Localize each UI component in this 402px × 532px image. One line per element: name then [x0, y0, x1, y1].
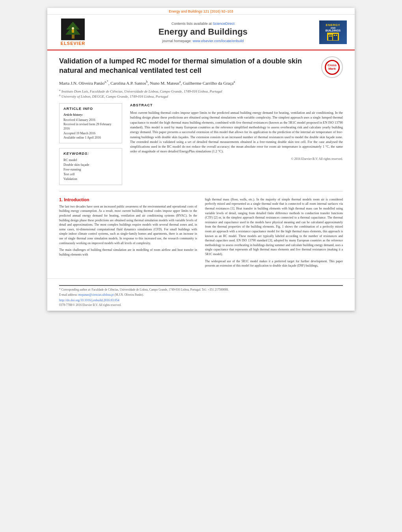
article-title-text: Validation of a lumped RC model for ther…	[59, 57, 302, 74]
keywords-box: Keywords: RC model Double skin façade Fr…	[59, 148, 122, 185]
intro-right-text: high thermal mass (floor, walls, etc.). …	[205, 197, 343, 268]
keyword-1: RC model	[63, 158, 118, 162]
doi-link[interactable]: http://dx.doi.org/10.1016/j.enbuild.2016…	[59, 298, 343, 302]
article-info-box: ARTICLE INFO Article history: Received 4…	[59, 103, 122, 143]
eb-logo-energy: ENERGY	[326, 23, 341, 27]
intro-right-col: high thermal mass (floor, walls, etc.). …	[205, 197, 343, 271]
journal-homepage: journal homepage: www.elsevier.com/locat…	[97, 39, 309, 43]
eb-logo-building-icon	[327, 33, 339, 41]
keyword-2: Double skin façade	[63, 163, 118, 167]
main-content: Validation of a lumped RC model for ther…	[47, 50, 355, 278]
page: Energy and Buildings 121 (2016) 92–103	[47, 8, 355, 311]
header: ELSEVIER Contents lists available at Sci…	[47, 15, 355, 50]
keyword-4: Test cell	[63, 172, 118, 176]
accepted-date: Accepted 19 March 2016	[63, 131, 118, 135]
affiliation-b: b University of Lisbon, DEGGE, Campo Gra…	[59, 94, 343, 99]
issn-line: 0378-7788/© 2016 Elsevier B.V. All right…	[59, 303, 343, 307]
email-label: E-mail address:	[59, 293, 78, 297]
header-right: ENERGY AND BUILDINGS	[315, 20, 347, 44]
revised-date: Received in revised form 29 February 201…	[63, 122, 118, 131]
left-column: ARTICLE INFO Article history: Received 4…	[59, 103, 122, 185]
svg-rect-10	[336, 35, 337, 36]
article-history-label: Article history:	[63, 113, 118, 117]
corresponding-author-note: * Corresponding author at: Faculdade de …	[59, 288, 343, 292]
eb-logo-buildings: BUILDINGS	[326, 29, 341, 32]
journal-bar: Energy and Buildings 121 (2016) 92–103	[47, 8, 355, 15]
sciencedirect-label: Contents lists available at ScienceDirec…	[97, 22, 309, 26]
elsevier-label: ELSEVIER	[61, 41, 85, 46]
elsevier-logo: ELSEVIER	[55, 19, 91, 46]
sciencedirect-link[interactable]: ScienceDirect	[213, 22, 235, 26]
email-line: E-mail address: mopanao@ciencias.ulisboa…	[59, 293, 343, 297]
email-attribution: (M.J.N. Oliveira Panão).	[114, 293, 143, 297]
svg-point-3	[72, 27, 74, 30]
keyword-3: Free-running	[63, 167, 118, 171]
intro-left-col: 1. Introduction The last two decades hav…	[59, 197, 197, 271]
abstract-text: Most current building thermal codes impo…	[130, 110, 343, 154]
eb-logo: ENERGY AND BUILDINGS	[319, 20, 347, 44]
keyword-5: Validation	[63, 177, 118, 181]
abstract-title: ABSTRACT	[130, 103, 343, 107]
intro-para-2: The main challenges of building thermal …	[59, 248, 197, 257]
section-divider-1	[59, 191, 343, 191]
crossmark-badge[interactable]: CrossMark	[321, 56, 343, 78]
svg-rect-9	[334, 35, 335, 36]
received-date: Received 4 January 2016	[63, 118, 118, 122]
svg-rect-6	[333, 34, 338, 40]
footer: * Corresponding author at: Faculdade de …	[47, 278, 355, 311]
article-info-title: ARTICLE INFO	[63, 107, 118, 111]
svg-rect-7	[329, 35, 330, 37]
intro-left-text: The last two decades have seen an increa…	[59, 204, 197, 257]
article-title-block: Validation of a lumped RC model for ther…	[59, 56, 343, 76]
svg-rect-0	[72, 35, 74, 39]
intro-para-3: high thermal mass (floor, walls, etc.). …	[205, 197, 343, 257]
svg-rect-8	[331, 35, 332, 37]
info-abstract-columns: ARTICLE INFO Article history: Received 4…	[59, 103, 343, 185]
email-link[interactable]: mopanao@ciencias.ulisboa.pt	[78, 293, 114, 297]
journal-citation: Energy and Buildings 121 (2016) 92–103	[169, 9, 233, 13]
intro-heading: 1. Introduction	[59, 197, 197, 202]
right-column: ABSTRACT Most current building thermal c…	[130, 103, 343, 185]
keywords-title: Keywords:	[63, 152, 118, 156]
abstract-copyright: © 2016 Elsevier B.V. All rights reserved…	[130, 157, 343, 161]
homepage-link[interactable]: www.elsevier.com/locate/enbuild	[193, 39, 244, 43]
header-center: Contents lists available at ScienceDirec…	[91, 22, 315, 43]
intro-para-1: The last two decades have seen an increa…	[59, 204, 197, 245]
intro-para-4: The widespread use of the 5R1C model mak…	[205, 259, 343, 268]
affiliation-a: a Instituto Dom Luís, Faculdade de Ciênc…	[59, 89, 343, 94]
svg-rect-4	[72, 30, 74, 33]
available-date: Available online 1 April 2016	[63, 135, 118, 140]
introduction-section: 1. Introduction The last two decades hav…	[59, 197, 343, 271]
authors: Marta J.N. Oliveira Panãoa,*, Carolina A…	[59, 80, 343, 86]
elsevier-tree-icon	[61, 19, 85, 40]
affiliations: a Instituto Dom Luís, Faculdade de Ciênc…	[59, 89, 343, 99]
footer-divider	[59, 285, 343, 286]
crossmark-icon: CrossMark	[325, 60, 340, 75]
journal-title: Energy and Buildings	[97, 27, 309, 37]
